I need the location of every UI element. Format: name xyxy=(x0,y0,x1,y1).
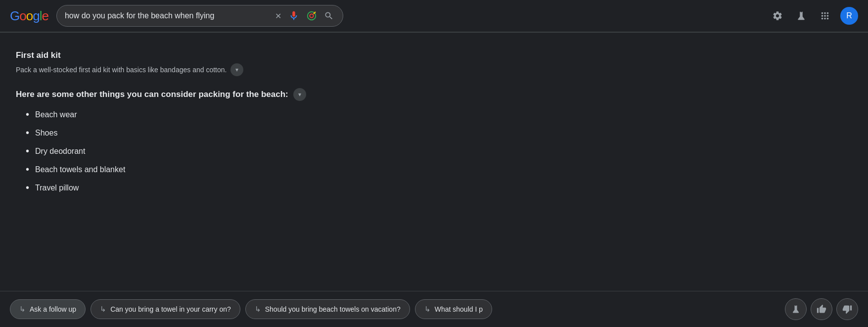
apps-icon xyxy=(820,10,830,21)
feedback-flask-button[interactable] xyxy=(785,298,807,320)
list-item: Dry deodorant xyxy=(26,145,852,157)
avatar[interactable]: R xyxy=(840,7,858,25)
thumbs-down-button[interactable] xyxy=(836,298,858,320)
lens-icon xyxy=(306,10,317,21)
google-logo: Google xyxy=(10,8,48,24)
flask-icon xyxy=(791,304,801,314)
suggestion-2-button[interactable]: ↳ Should you bring beach towels on vacat… xyxy=(245,299,410,319)
first-aid-section: First aid kit Pack a well-stocked first … xyxy=(16,50,852,76)
svg-point-1 xyxy=(310,14,313,17)
settings-button[interactable] xyxy=(769,7,786,24)
header: Google ✕ xyxy=(0,0,868,32)
list-item-label: Shoes xyxy=(35,129,57,138)
lens-button[interactable] xyxy=(305,9,318,22)
ask-follow-up-button[interactable]: ↳ Ask a follow up xyxy=(10,299,86,319)
apps-button[interactable] xyxy=(817,7,833,24)
first-aid-collapse-button[interactable]: ▾ xyxy=(230,63,243,76)
suggestion-2-label: Should you bring beach towels on vacatio… xyxy=(265,305,401,313)
packing-list: Beach wear Shoes Dry deodorant Beach tow… xyxy=(16,109,852,193)
list-item: Beach wear xyxy=(26,109,852,120)
search-icon xyxy=(324,11,334,21)
consider-section: Here are some other things you can consi… xyxy=(16,88,852,193)
chevron-down-icon: ▾ xyxy=(235,66,238,73)
list-item: Travel pillow xyxy=(26,182,852,193)
bottom-bar: ↳ Ask a follow up ↳ Can you bring a towe… xyxy=(0,291,868,327)
first-aid-title: First aid kit xyxy=(16,50,852,60)
thumbs-up-icon xyxy=(817,304,826,314)
main-content: First aid kit Pack a well-stocked first … xyxy=(0,41,868,193)
search-bar: ✕ xyxy=(56,5,343,27)
search-submit-button[interactable] xyxy=(323,10,335,22)
suggestion-3-button[interactable]: ↳ What should I p xyxy=(415,299,492,319)
flask-icon xyxy=(796,10,807,21)
thumbs-down-icon xyxy=(842,304,852,314)
consider-title: Here are some other things you can consi… xyxy=(16,88,852,101)
list-item: Shoes xyxy=(26,127,852,139)
thumbs-up-button[interactable] xyxy=(811,298,832,320)
first-aid-desc: Pack a well-stocked first aid kit with b… xyxy=(16,63,852,76)
ask-follow-up-label: Ask a follow up xyxy=(30,305,76,313)
gear-icon xyxy=(772,10,783,21)
search-icons: ✕ xyxy=(274,9,335,22)
suggestion-1-button[interactable]: ↳ Can you bring a towel in your carry on… xyxy=(91,299,240,319)
list-item-label: Travel pillow xyxy=(35,184,79,192)
mic-icon xyxy=(288,10,299,21)
close-icon: ✕ xyxy=(275,11,281,21)
first-aid-description-text: Pack a well-stocked first aid kit with b… xyxy=(16,66,227,74)
consider-collapse-button[interactable]: ▾ xyxy=(293,88,306,101)
search-input[interactable] xyxy=(65,11,269,20)
mic-button[interactable] xyxy=(287,9,300,22)
list-item-label: Dry deodorant xyxy=(35,147,85,156)
header-right: R xyxy=(769,7,858,25)
clear-button[interactable]: ✕ xyxy=(274,10,282,22)
consider-title-text: Here are some other things you can consi… xyxy=(16,90,288,99)
arrow-return-icon: ↳ xyxy=(19,305,26,314)
list-item: Beach towels and blanket xyxy=(26,164,852,175)
arrow-return-icon: ↳ xyxy=(255,305,261,314)
list-item-label: Beach towels and blanket xyxy=(35,165,125,174)
header-divider xyxy=(0,32,868,33)
list-item-label: Beach wear xyxy=(35,110,77,119)
chevron-down-icon-2: ▾ xyxy=(298,91,301,98)
labs-button[interactable] xyxy=(793,7,810,24)
suggestion-3-label: What should I p xyxy=(435,305,483,313)
suggestion-1-label: Can you bring a towel in your carry on? xyxy=(110,305,231,313)
arrow-return-icon: ↳ xyxy=(424,305,431,314)
bottom-right-buttons xyxy=(785,298,858,320)
arrow-return-icon: ↳ xyxy=(100,305,106,314)
